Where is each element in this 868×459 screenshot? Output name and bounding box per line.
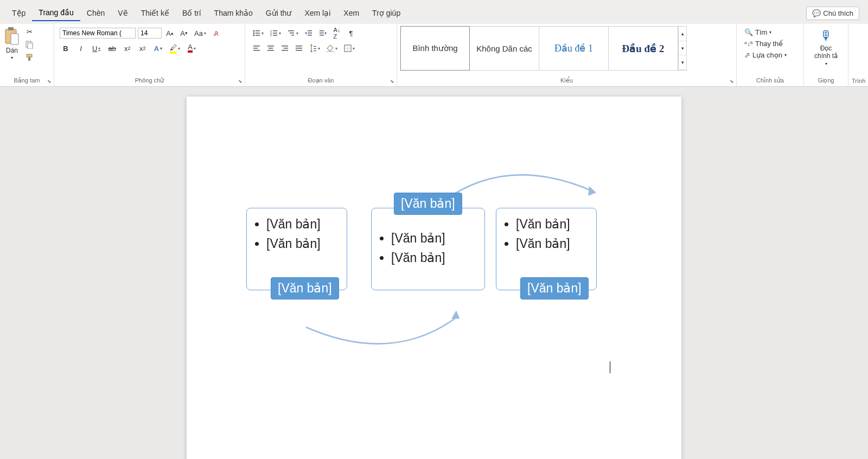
font-color-button[interactable]: A xyxy=(186,42,198,54)
numbering-button[interactable]: 123 xyxy=(268,27,283,39)
svg-rect-14 xyxy=(273,30,277,31)
smartart-diagram[interactable]: [Văn bản] [Văn bản] [Văn bản] [Văn bản] … xyxy=(241,170,621,354)
smartart-box1-item1[interactable]: [Văn bản] xyxy=(266,215,339,234)
text-cursor xyxy=(610,361,610,373)
clipboard-group-label: Bảng tam xyxy=(3,77,50,85)
chevron-down-icon: ▾ xyxy=(11,55,13,60)
align-right-button[interactable] xyxy=(279,42,291,54)
replace-button[interactable]: ᵃ↓ᵇ Thay thế xyxy=(744,40,796,48)
svg-rect-31 xyxy=(267,46,274,47)
font-launcher[interactable]: ⬊ xyxy=(238,79,242,84)
multilevel-list-button[interactable] xyxy=(285,27,301,39)
smartart-box1-item2[interactable]: [Văn bản] xyxy=(266,234,339,254)
text-effects-button[interactable]: A xyxy=(152,42,164,54)
italic-button[interactable]: I xyxy=(75,42,87,54)
styles-scroll-down[interactable]: ▾ xyxy=(679,41,686,56)
copy-button[interactable] xyxy=(24,39,35,50)
shrink-font-button[interactable]: A▾ xyxy=(178,27,190,39)
paste-button[interactable]: Dán ▾ xyxy=(3,26,21,60)
borders-button[interactable] xyxy=(342,42,357,54)
bullets-button[interactable] xyxy=(251,27,266,39)
shading-button[interactable] xyxy=(324,42,340,54)
sort-button[interactable]: A↓Z xyxy=(331,27,343,39)
font-size-select[interactable] xyxy=(138,28,162,39)
page[interactable]: [Văn bản] [Văn bản] [Văn bản] [Văn bản] … xyxy=(187,97,681,459)
svg-rect-19 xyxy=(288,30,294,31)
tab-help[interactable]: Trợ giúp xyxy=(366,5,407,21)
smartart-box1-label[interactable]: [Văn bản] xyxy=(271,277,339,299)
svg-rect-33 xyxy=(267,50,274,51)
tab-review[interactable]: Xem lại xyxy=(298,5,337,21)
tab-file[interactable]: Tệp xyxy=(5,5,32,21)
svg-rect-43 xyxy=(327,51,334,52)
show-marks-button[interactable]: ¶ xyxy=(345,27,357,39)
tab-layout[interactable]: Bố trí xyxy=(176,5,208,21)
svg-rect-42 xyxy=(314,50,316,51)
smartart-box-2[interactable]: [Văn bản] [Văn bản] xyxy=(371,208,485,290)
group-paragraph: 123 A↓Z ¶ Đoạn văn ⬊ xyxy=(245,24,397,86)
document-area: [Văn bản] [Văn bản] [Văn bản] [Văn bản] … xyxy=(0,87,868,459)
styles-launcher[interactable]: ⬊ xyxy=(730,79,734,84)
paste-label: Dán xyxy=(6,47,18,54)
underline-button[interactable]: U xyxy=(90,42,103,54)
format-painter-button[interactable] xyxy=(24,52,35,63)
font-name-select[interactable] xyxy=(60,28,136,39)
strikethrough-button[interactable]: ab xyxy=(106,42,118,54)
increase-indent-button[interactable] xyxy=(317,27,329,39)
line-spacing-button[interactable] xyxy=(307,42,322,54)
svg-rect-35 xyxy=(284,48,288,49)
bold-button[interactable]: B xyxy=(60,42,72,54)
svg-rect-8 xyxy=(256,30,260,31)
clipboard-launcher[interactable]: ⬊ xyxy=(47,79,52,84)
tab-insert[interactable]: Chèn xyxy=(80,5,111,21)
subscript-button[interactable]: x2 xyxy=(122,42,133,54)
svg-rect-29 xyxy=(253,48,258,49)
highlight-button[interactable]: 🖊 xyxy=(168,42,182,54)
dictate-button[interactable]: 🎙 Đọc chính tả ▾ xyxy=(807,26,845,68)
tab-draw[interactable]: Vẽ xyxy=(111,5,134,21)
tab-view[interactable]: Xem xyxy=(337,5,366,21)
style-normal[interactable]: Bình thường xyxy=(400,26,470,71)
pilcrow-icon: ¶ xyxy=(349,29,353,37)
svg-rect-10 xyxy=(256,33,260,34)
smartart-box3-item1[interactable]: [Văn bản] xyxy=(516,215,589,234)
comment-icon: 💬 xyxy=(812,9,821,17)
smartart-box2-item1[interactable]: [Văn bản] xyxy=(391,229,477,248)
svg-point-11 xyxy=(253,35,255,36)
select-label: Lựa chọn xyxy=(752,51,782,59)
decrease-indent-button[interactable] xyxy=(303,27,315,39)
comments-button[interactable]: 💬 Chú thích xyxy=(806,7,859,20)
tab-references[interactable]: Tham khảo xyxy=(208,5,259,21)
find-button[interactable]: 🔍 Tìm ▾ xyxy=(744,28,796,36)
styles-scroll-up[interactable]: ▴ xyxy=(679,27,686,41)
smartart-box3-item2[interactable]: [Văn bản] xyxy=(516,234,589,254)
clear-formatting-button[interactable]: A̷ xyxy=(210,27,222,39)
align-left-button[interactable] xyxy=(251,42,263,54)
style-heading2[interactable]: Đầu đề 2 xyxy=(609,26,678,71)
style-nospacing[interactable]: Không Dãn các xyxy=(470,26,539,71)
styles-expand[interactable]: ▾ xyxy=(679,55,686,70)
justify-button[interactable] xyxy=(293,42,305,54)
svg-rect-34 xyxy=(282,46,288,47)
tab-home[interactable]: Trang đầu xyxy=(32,5,80,21)
smartart-box3-label[interactable]: [Văn bản] xyxy=(520,277,589,299)
tab-bar: Tệp Trang đầu Chèn Vẽ Thiết kế Bố trí Th… xyxy=(0,0,868,24)
grow-font-button[interactable]: A▴ xyxy=(164,27,176,39)
font-group-label: Phông chữ xyxy=(58,77,241,85)
tab-design[interactable]: Thiết kế xyxy=(135,5,176,21)
tab-mailings[interactable]: Gửi thư xyxy=(259,5,298,21)
change-case-button[interactable]: Aa xyxy=(192,27,208,39)
align-center-button[interactable] xyxy=(265,42,277,54)
align-center-icon xyxy=(267,44,275,52)
group-editing: 🔍 Tìm ▾ ᵃ↓ᵇ Thay thế ⬀ Lựa chọn ▾ Chỉnh … xyxy=(737,24,804,86)
paragraph-launcher[interactable]: ⬊ xyxy=(390,79,394,84)
svg-rect-27 xyxy=(320,35,324,36)
chevron-down-icon: ▾ xyxy=(784,53,787,58)
cut-button[interactable]: ✂ xyxy=(24,26,35,37)
superscript-button[interactable]: x2 xyxy=(137,42,149,54)
smartart-box2-item2[interactable]: [Văn bản] xyxy=(391,248,477,268)
smartart-box2-label[interactable]: [Văn bản] xyxy=(394,193,462,215)
select-button[interactable]: ⬀ Lựa chọn ▾ xyxy=(744,51,796,59)
svg-rect-40 xyxy=(314,46,316,47)
style-heading1[interactable]: Đầu đề 1 xyxy=(539,26,609,71)
